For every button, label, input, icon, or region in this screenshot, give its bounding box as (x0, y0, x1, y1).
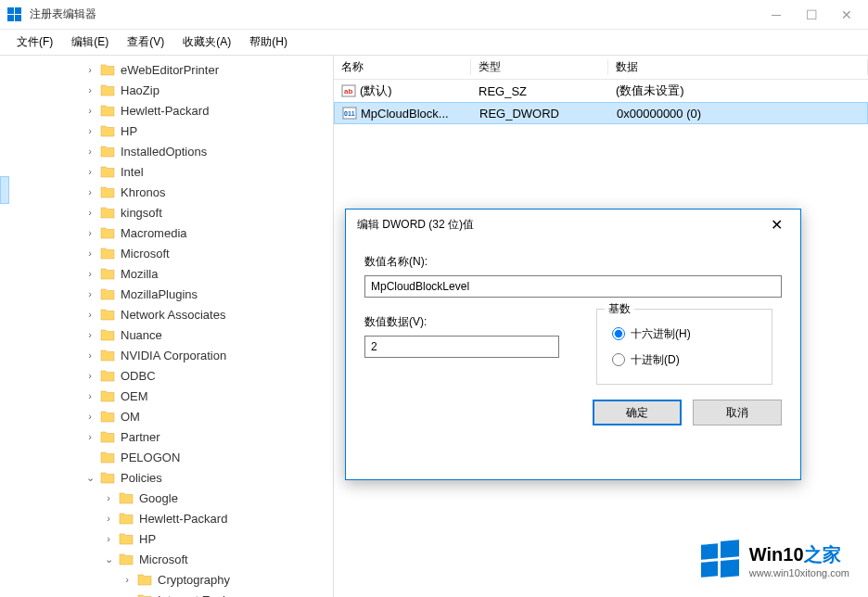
tree-label: MozillaPlugins (121, 287, 198, 301)
tree-node[interactable]: ›Network Associates (0, 304, 247, 324)
chevron-icon[interactable]: › (83, 207, 96, 218)
watermark-title: Win10之家 (749, 542, 849, 567)
ok-button[interactable]: 确定 (593, 400, 682, 426)
tree-node[interactable]: ›Intel (0, 161, 247, 182)
tree-node[interactable]: ›Microsoft (0, 243, 247, 263)
menu-view[interactable]: 查看(V) (118, 31, 173, 54)
chevron-icon[interactable]: › (83, 64, 96, 75)
col-header-data[interactable]: 数据 (608, 59, 868, 75)
tree-node[interactable]: ⌄Microsoft (0, 549, 247, 569)
tree-node[interactable]: ›ODBC (0, 365, 247, 386)
tree-node[interactable]: ›OEM (0, 386, 247, 406)
tree-label: HP (139, 532, 156, 546)
tree-node[interactable]: ›kingsoft (0, 202, 247, 222)
tree-node[interactable]: ›NVIDIA Corporation (0, 345, 247, 365)
value-name: MpCloudBlock... (361, 107, 449, 121)
titlebar: 注册表编辑器 ─ ☐ ✕ (0, 0, 868, 30)
chevron-icon[interactable]: › (83, 390, 96, 401)
chevron-icon[interactable]: › (83, 329, 96, 340)
chevron-icon[interactable]: › (83, 309, 96, 320)
chevron-icon[interactable]: › (83, 411, 96, 422)
tree-node[interactable]: ›Macromedia (0, 222, 247, 243)
tree-node[interactable]: ›HP (0, 528, 247, 549)
menubar: 文件(F) 编辑(E) 查看(V) 收藏夹(A) 帮助(H) (0, 30, 868, 56)
registry-tree: ›eWebEditorPrinter›HaoZip›Hewlett-Packar… (0, 56, 247, 597)
tree-node[interactable]: ›Hewlett-Packard (0, 100, 247, 121)
chevron-icon[interactable]: › (102, 513, 115, 524)
radio-dec-input[interactable] (612, 353, 625, 366)
tree-label: InstalledOptions (121, 145, 207, 159)
col-header-type[interactable]: 类型 (471, 59, 608, 75)
tree-label: Mozilla (121, 267, 158, 281)
tree-node[interactable]: ›Google (0, 488, 247, 508)
tree-node[interactable]: ›MozillaPlugins (0, 284, 247, 304)
chevron-icon[interactable]: › (83, 186, 96, 197)
tree-label: Hewlett-Packard (139, 512, 227, 526)
chevron-icon[interactable]: › (102, 533, 115, 544)
chevron-icon[interactable]: ⌄ (83, 472, 96, 484)
radio-dec[interactable]: 十进制(D) (612, 347, 757, 373)
radio-hex[interactable]: 十六进制(H) (612, 321, 757, 347)
value-type: REG_DWORD (472, 107, 609, 121)
tree-panel[interactable]: ›eWebEditorPrinter›HaoZip›Hewlett-Packar… (0, 56, 334, 597)
tree-node[interactable]: ›Nuance (0, 324, 247, 345)
tree-node[interactable]: ›eWebEditorPrinter (0, 59, 247, 80)
tree-node[interactable]: ›Partner (0, 426, 247, 447)
list-row[interactable]: ab(默认)REG_SZ(数值未设置) (334, 80, 868, 102)
menu-help[interactable]: 帮助(H) (240, 31, 297, 54)
tree-label: ODBC (121, 369, 156, 383)
tree-node[interactable]: ›Internet Explorer (0, 590, 247, 597)
chevron-icon[interactable]: › (83, 349, 96, 361)
tree-label: NVIDIA Corporation (121, 349, 226, 362)
tree-label: eWebEditorPrinter (121, 63, 219, 77)
tree-node[interactable]: ›OM (0, 406, 247, 426)
tree-node[interactable]: PELOGON (0, 447, 247, 467)
list-row[interactable]: 011MpCloudBlock...REG_DWORD0x00000000 (0… (334, 102, 868, 124)
tree-label: HP (121, 124, 137, 138)
value-data-input[interactable] (364, 336, 559, 358)
tree-label: PELOGON (121, 451, 180, 464)
chevron-icon[interactable]: › (83, 268, 96, 279)
chevron-icon[interactable]: › (83, 125, 96, 136)
chevron-icon[interactable]: › (83, 105, 96, 116)
tree-label: Network Associates (121, 308, 225, 322)
col-header-name[interactable]: 名称 (334, 59, 471, 75)
tree-node[interactable]: ›Khronos (0, 182, 247, 202)
chevron-icon[interactable]: › (102, 492, 115, 503)
cancel-button[interactable]: 取消 (693, 400, 782, 426)
chevron-icon[interactable]: › (83, 370, 96, 381)
dword-value-icon: 011 (342, 106, 357, 121)
watermark: Win10之家 www.win10xitong.com (699, 540, 849, 580)
minimize-button[interactable]: ─ (770, 8, 783, 21)
maximize-button[interactable]: ☐ (805, 8, 818, 21)
tree-node[interactable]: ›HP (0, 121, 247, 141)
chevron-icon[interactable]: ⌄ (102, 553, 115, 565)
close-button[interactable]: ✕ (840, 8, 853, 21)
chevron-icon[interactable]: › (83, 227, 96, 238)
menu-edit[interactable]: 编辑(E) (62, 31, 118, 54)
chevron-icon[interactable]: › (83, 288, 96, 299)
tree-node[interactable]: ›Hewlett-Packard (0, 508, 247, 528)
radio-hex-input[interactable] (612, 327, 625, 340)
chevron-icon[interactable]: › (83, 146, 96, 157)
chevron-icon[interactable]: › (83, 431, 96, 442)
chevron-icon[interactable]: › (83, 166, 96, 177)
tree-label: Policies (121, 471, 162, 485)
dialog-titlebar[interactable]: 编辑 DWORD (32 位)值 ✕ (346, 210, 800, 239)
tree-node[interactable]: ⌄Policies (0, 467, 247, 488)
dialog-close-button[interactable]: ✕ (763, 211, 789, 237)
chevron-icon[interactable]: › (83, 84, 96, 95)
tree-node[interactable]: ›HaoZip (0, 80, 247, 100)
value-data: (数值未设置) (608, 83, 868, 99)
tree-node[interactable]: ›Cryptography (0, 569, 247, 590)
tree-node[interactable]: ›InstalledOptions (0, 141, 247, 161)
menu-favorites[interactable]: 收藏夹(A) (173, 31, 240, 54)
chevron-icon[interactable]: › (83, 248, 96, 259)
tree-node[interactable]: ›Mozilla (0, 263, 247, 284)
chevron-icon[interactable]: › (121, 574, 134, 585)
tree-label: OEM (121, 389, 148, 403)
svg-rect-0 (7, 7, 14, 14)
menu-file[interactable]: 文件(F) (7, 31, 62, 54)
svg-rect-11 (721, 559, 739, 578)
base-legend: 基数 (605, 301, 634, 317)
